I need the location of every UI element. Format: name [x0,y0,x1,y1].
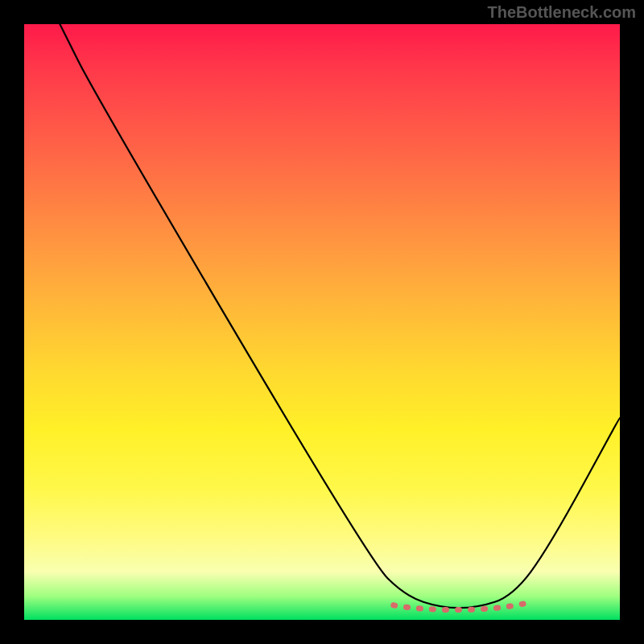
watermark-text: TheBottleneck.com [488,3,636,22]
optimal-zone-marker [394,604,525,610]
bottleneck-curve-line [60,24,620,608]
chart-svg [24,24,620,620]
chart-plot-area [24,24,620,620]
